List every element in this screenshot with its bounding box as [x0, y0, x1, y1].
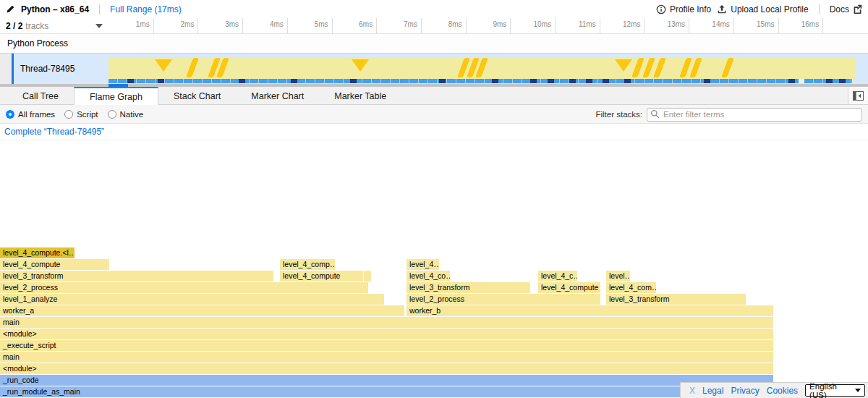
filter-input-wrap [647, 107, 862, 121]
docs-link[interactable]: Docs [830, 4, 862, 14]
flame-box[interactable]: level_4_compute [280, 271, 363, 281]
ruler-tick-label: 15ms [737, 20, 775, 28]
marker-triangle-icon[interactable] [155, 59, 172, 72]
thread-track-canvas[interactable] [109, 54, 855, 84]
sidebar-toggle-button[interactable] [848, 87, 868, 104]
privacy-link[interactable]: Privacy [731, 386, 759, 396]
flame-box[interactable]: level_4_compute [0, 259, 109, 270]
ruler-tick-line [689, 18, 689, 34]
flame-box[interactable]: level_3_transform [0, 271, 273, 281]
radio-native[interactable]: Native [108, 110, 144, 119]
radio-all-frames[interactable]: All frames [6, 110, 55, 119]
track-selected-bar [12, 54, 14, 84]
cookies-link[interactable]: Cookies [767, 386, 798, 396]
flame-box[interactable]: level_4_c… [538, 271, 577, 281]
close-footer-button[interactable]: X [689, 386, 695, 396]
flame-box[interactable]: level_2_process [407, 294, 600, 305]
flame-box[interactable]: _run_module_as_main [0, 386, 773, 397]
flame-box[interactable]: _run_code [0, 375, 773, 386]
thread-track-row[interactable]: Thread-78495 [0, 54, 868, 84]
radio-script[interactable]: Script [64, 110, 98, 119]
tab-marker-chart[interactable]: Marker Chart [236, 87, 319, 104]
upload-profile-button[interactable]: Upload Local Profile [717, 4, 808, 14]
flame-box[interactable]: main [0, 317, 773, 328]
ruler-tick-label: 14ms [692, 20, 730, 28]
cpu-busy-segment [624, 79, 631, 83]
flame-box[interactable]: level_4… [407, 259, 439, 270]
flame-box[interactable]: <module> [0, 363, 773, 374]
ruler-tick-label: 16ms [781, 20, 819, 28]
flame-box[interactable]: <module> [0, 329, 773, 339]
language-select[interactable]: English (US) [805, 384, 865, 397]
cpu-idle-gap [799, 79, 804, 83]
marker-triangle-icon[interactable] [352, 59, 369, 72]
tracks-dropdown[interactable]: 2 / 2 tracks [0, 18, 109, 34]
flame-box[interactable]: level_3_transform [407, 282, 530, 293]
process-track-header[interactable]: Python Process [0, 34, 868, 54]
full-range-link[interactable]: Full Range (17ms) [110, 4, 182, 14]
time-ruler[interactable]: 1ms2ms3ms4ms5ms6ms7ms8ms9ms10ms11ms12ms1… [109, 18, 868, 34]
thread-label[interactable]: Thread-78495 [20, 54, 75, 84]
flame-box[interactable]: worker_b [407, 305, 773, 316]
cpu-busy-segment [826, 79, 833, 83]
ruler-tick-label: 8ms [425, 20, 462, 28]
filter-stacks-input[interactable] [647, 108, 862, 122]
ruler-tick-line [733, 18, 734, 34]
cpu-busy-segment [158, 79, 164, 83]
top-bar: Python – x86_64 Full Range (17ms) Profil… [0, 0, 868, 18]
flame-box[interactable]: level… [606, 271, 630, 281]
ruler-tick-line [332, 18, 333, 34]
ruler-tick-line [510, 18, 511, 34]
marker-triangle-icon[interactable] [615, 59, 632, 72]
flame-box[interactable]: level_4_compute.<l… [0, 247, 75, 258]
ruler-tick-label: 4ms [246, 20, 284, 28]
cpu-busy-segment [439, 79, 446, 83]
ruler-tick-label: 6ms [335, 20, 373, 28]
marker-slash-icon[interactable] [653, 58, 666, 77]
marker-slash-icon[interactable] [689, 58, 702, 77]
cpu-busy-segment [239, 79, 245, 83]
profile-title: Python – x86_64 [21, 4, 89, 14]
ruler-tick-line [644, 18, 644, 34]
tab-marker-table[interactable]: Marker Table [319, 87, 401, 104]
tab-flame-graph[interactable]: Flame Graph [74, 87, 158, 105]
flame-graph-canvas[interactable]: level_4_compute.<l…level_4_computelevel_… [0, 140, 868, 398]
ruler-tick-line [555, 18, 556, 34]
ruler-tick-line [421, 18, 422, 34]
flame-box[interactable]: level_4_comp… [280, 259, 335, 270]
frame-filter-row: All frames Script Native Filter stacks: [0, 105, 868, 124]
cpu-busy-segment [839, 79, 846, 83]
flame-box[interactable]: main [0, 352, 773, 363]
marker-activity-band[interactable] [109, 57, 855, 79]
edit-pencil-icon[interactable] [6, 4, 15, 14]
cpu-usage-strip[interactable] [109, 79, 852, 83]
marker-slash-icon[interactable] [186, 58, 199, 77]
breadcrumb[interactable]: Complete “Thread-78495” [4, 127, 104, 137]
flame-box[interactable]: worker_a [0, 305, 404, 316]
cpu-busy-segment [492, 79, 498, 83]
flame-box[interactable]: level_2_process [0, 282, 368, 293]
tab-call-tree[interactable]: Call Tree [7, 87, 74, 104]
ruler-tick-line [153, 18, 154, 34]
ruler-tick-line [778, 18, 779, 34]
flame-box[interactable]: level_4_co… [407, 271, 450, 281]
flame-box[interactable]: _execute_script [0, 340, 773, 351]
cpu-busy-segment [291, 79, 297, 83]
sidebar-open-icon [853, 91, 864, 101]
ruler-tick-label: 10ms [514, 20, 551, 28]
marker-slash-icon[interactable] [721, 58, 734, 77]
ruler-tick-line [600, 18, 600, 34]
legal-link[interactable]: Legal [702, 386, 723, 396]
flame-box[interactable]: level_1_analyze [0, 294, 384, 305]
tab-stack-chart[interactable]: Stack Chart [158, 87, 236, 104]
external-link-icon [853, 4, 862, 14]
flame-box[interactable]: level_3_transform [606, 294, 746, 305]
profile-info-button[interactable]: Profile Info [656, 4, 711, 14]
cpu-busy-segment [704, 79, 710, 83]
flame-box[interactable]: level_4_com… [606, 282, 656, 293]
flame-box[interactable]: level_4_compute [538, 282, 600, 293]
search-icon [650, 109, 660, 119]
cpu-busy-segment [603, 79, 609, 83]
flame-box[interactable] [364, 271, 371, 281]
ruler-tick-label: 12ms [603, 20, 640, 28]
